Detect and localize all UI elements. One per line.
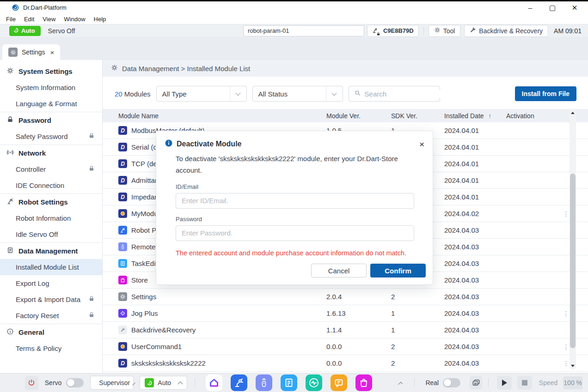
col-installed-date[interactable]: Installed Date ↑ (444, 112, 506, 120)
chevron-down-icon (326, 86, 343, 101)
sidebar-item-export-log[interactable]: Export Log (0, 275, 102, 291)
installed-date: 2024.04.01 (444, 176, 506, 184)
search-box[interactable] (349, 86, 440, 102)
sidebar-section-network[interactable]: Network (0, 145, 102, 161)
sidebar-item-factory-reset[interactable]: Factory Reset (0, 308, 102, 324)
sidebar-item-system-information[interactable]: System Information (0, 79, 102, 96)
cancel-button[interactable]: Cancel (311, 264, 367, 277)
menu-view[interactable]: View (38, 16, 60, 23)
robot-id-badge[interactable]: C9E8B79D (367, 25, 419, 37)
dock-remote-control-icon[interactable] (256, 374, 272, 391)
close-button[interactable]: ✕ (570, 4, 579, 12)
sidebar-item-export-import-data[interactable]: Export & Import Data (0, 291, 102, 308)
search-input[interactable] (365, 90, 457, 98)
mode-select[interactable]: Auto (140, 376, 187, 390)
col-module-ver[interactable]: Module Ver. (326, 112, 391, 120)
menu-window[interactable]: Window (60, 16, 89, 23)
real-toggle[interactable] (443, 378, 460, 387)
dock-message-icon[interactable] (331, 374, 347, 391)
tab-settings[interactable]: Settings × (2, 44, 60, 60)
dock-robot-params-icon[interactable] (231, 374, 247, 391)
remote-module-icon (118, 242, 127, 251)
play-button[interactable] (497, 376, 512, 390)
type-filter-select[interactable]: All Type (156, 86, 247, 102)
install-from-file-button[interactable]: Install from File (515, 86, 576, 101)
sidebar-item-controller[interactable]: Controller (0, 161, 102, 177)
settings-module-icon (118, 292, 127, 301)
3d-view-button[interactable]: 3D (470, 376, 482, 390)
col-sdk-ver[interactable]: SDK Ver. (391, 112, 444, 120)
doc-icon (6, 247, 14, 255)
sidebar-item-safety-password[interactable]: Safety Password (0, 128, 102, 145)
sort-ascending-icon[interactable]: ↑ (489, 112, 492, 119)
sidebar-section-robot-settings[interactable]: Robot Settings (0, 194, 102, 210)
installed-date: 2024.04.01 (444, 160, 506, 168)
table-row[interactable]: Settings 2.0.4 2 2024.04.03 (103, 289, 588, 305)
tab-close-icon[interactable]: × (50, 48, 55, 56)
dart-module-icon: D (118, 193, 127, 201)
confirm-button[interactable]: Confirm (370, 264, 426, 277)
tab-label: Settings (22, 48, 45, 56)
row-menu-icon[interactable]: ⋮ (563, 360, 570, 367)
dock-store-icon[interactable] (355, 374, 372, 391)
vertical-scrollbar[interactable] (570, 109, 576, 369)
chevron-up-icon (178, 381, 183, 386)
table-row[interactable]: Jog Plus 1.6.13 1 2024.04.03 ⋮ (103, 305, 588, 322)
role-select[interactable]: Supervisor (90, 376, 134, 390)
menu-bar: FileEditViewWindowHelp (0, 14, 588, 24)
col-activation[interactable]: Activation (506, 112, 554, 120)
sidebar-item-language-format[interactable]: Language & Format (0, 96, 102, 112)
sidebar-item-ide-connection[interactable]: IDE Connection (0, 177, 102, 193)
scroll-down-icon[interactable] (570, 362, 576, 369)
dart-module-icon: D (118, 359, 127, 368)
menu-help[interactable]: Help (90, 16, 110, 23)
dock-task-editor-icon[interactable] (281, 374, 297, 391)
backdrive-recovery-button[interactable]: Backdrive & Recovery (464, 25, 548, 37)
mode-badge[interactable]: Auto (9, 26, 41, 36)
dock-home-icon[interactable] (206, 374, 222, 391)
id-email-field[interactable] (176, 193, 414, 209)
breadcrumb-text: Data Management > Installed Module List (122, 65, 250, 72)
sidebar-item-robot-information[interactable]: Robot Information (0, 210, 102, 226)
sidebar-section-data-management[interactable]: Data Management (0, 243, 102, 259)
sidebar-section-password[interactable]: Password (0, 112, 102, 128)
tool-button[interactable]: Tool (429, 25, 461, 37)
scrollbar-thumb[interactable] (570, 174, 576, 348)
dock-expand-icon[interactable] (398, 382, 403, 386)
dock-monitoring-icon[interactable] (306, 374, 322, 391)
table-row[interactable]: UserCommand1 0.0.0 2 2024.04.03 ⋮ (103, 338, 588, 355)
power-button[interactable] (25, 376, 38, 390)
menu-edit[interactable]: Edit (20, 16, 38, 23)
sidebar-item-installed-module-list[interactable]: Installed Module List (0, 259, 102, 275)
row-menu-icon[interactable]: ⋮ (563, 343, 570, 350)
clock-label: AM 09:01 (554, 27, 582, 35)
divider (423, 27, 424, 35)
status-filter-select[interactable]: All Status (252, 86, 343, 102)
speed-value[interactable]: 100 % (563, 376, 582, 389)
maximize-button[interactable]: ▢ (548, 4, 557, 12)
list-controls: 20 Modules All Type All Status Install f… (115, 86, 576, 102)
password-field[interactable] (176, 225, 414, 241)
menu-file[interactable]: File (2, 16, 20, 23)
module-name: TaskEdit (131, 259, 158, 267)
stop-icon (522, 380, 527, 386)
row-menu-icon[interactable]: ⋮ (563, 210, 570, 217)
table-row[interactable]: D skskskskskskksksk2222 0.0.0 2 2024.04.… (103, 355, 588, 372)
sidebar-section-general[interactable]: General (0, 324, 102, 340)
stop-button[interactable] (517, 376, 532, 390)
dialog-close-icon[interactable]: × (419, 140, 424, 149)
row-menu-icon[interactable]: ⋮ (563, 310, 570, 317)
scroll-up-icon[interactable] (570, 109, 576, 116)
col-module-name[interactable]: Module Name (118, 112, 326, 120)
table-row[interactable]: Backdrive&Recovery 1.1.4 1 2024.04.03 (103, 322, 588, 338)
divider (488, 379, 489, 387)
breadcrumb[interactable]: Data Management > Installed Module List (103, 60, 588, 77)
minimize-button[interactable]: – (526, 4, 534, 12)
robot-param-input[interactable] (243, 25, 364, 36)
sidebar-item-terms-policy[interactable]: Terms & Policy (0, 340, 102, 356)
tab-bar: Settings × (0, 37, 588, 60)
sidebar-section-system-settings[interactable]: System Settings (0, 63, 102, 79)
servo-toggle[interactable] (66, 378, 84, 387)
sidebar-item-idle-servo-off[interactable]: Idle Servo Off (0, 226, 102, 242)
settings-gear-icon (8, 48, 18, 57)
